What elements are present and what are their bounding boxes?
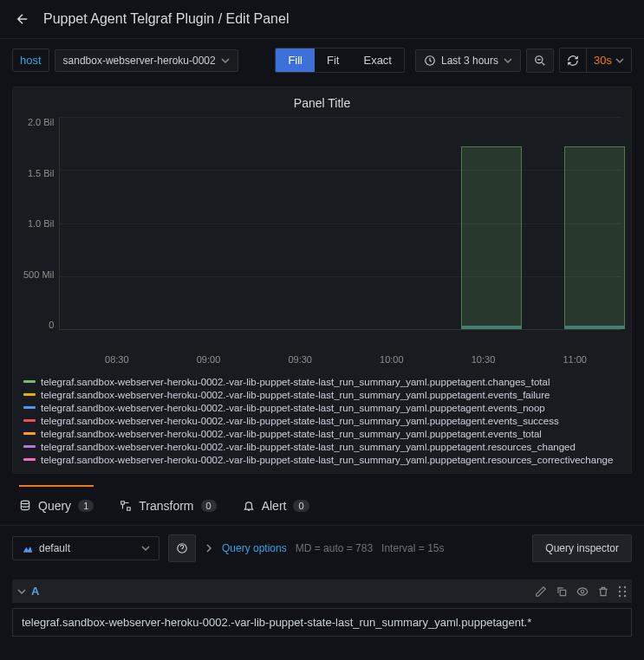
edit-icon[interactable] [535, 586, 547, 598]
legend-label: telegraf.sandbox-webserver-heroku-0002.-… [41, 403, 545, 413]
zoom-out-button[interactable] [526, 49, 554, 73]
chevron-right-icon[interactable] [205, 544, 213, 553]
transform-icon [120, 500, 132, 512]
tab-transform[interactable]: Transform 0 [120, 486, 216, 525]
alert-count-badge: 0 [293, 500, 309, 512]
query-inspector-button[interactable]: Query inspector [532, 534, 632, 562]
legend-item[interactable]: telegraf.sandbox-webserver-heroku-0002.-… [23, 401, 621, 414]
legend-item[interactable]: telegraf.sandbox-webserver-heroku-0002.-… [23, 375, 621, 388]
legend-label: telegraf.sandbox-webserver-heroku-0002.-… [41, 442, 576, 452]
legend-item[interactable]: telegraf.sandbox-webserver-heroku-0002.-… [23, 453, 621, 466]
bell-icon [243, 500, 255, 512]
x-axis: 08:30 09:00 09:30 10:00 10:30 11:00 [71, 351, 621, 370]
chart-bar [461, 146, 522, 329]
eye-icon[interactable] [576, 586, 589, 598]
graphite-icon [22, 542, 34, 554]
legend-item[interactable]: telegraf.sandbox-webserver-heroku-0002.-… [23, 427, 621, 440]
view-mode-group: Fill Fit Exact [275, 48, 405, 73]
svg-rect-4 [560, 590, 565, 595]
database-icon [19, 500, 31, 512]
legend-item[interactable]: telegraf.sandbox-webserver-heroku-0002.-… [23, 414, 621, 427]
legend-label: telegraf.sandbox-webserver-heroku-0002.-… [41, 416, 559, 426]
chevron-down-icon [504, 56, 512, 65]
query-count-badge: 1 [78, 500, 94, 512]
legend-label: telegraf.sandbox-webserver-heroku-0002.-… [41, 390, 550, 400]
view-fill[interactable]: Fill [276, 49, 315, 72]
zoom-out-icon [534, 55, 546, 67]
view-exact[interactable]: Exact [351, 49, 404, 72]
svg-point-6 [619, 586, 621, 587]
question-icon [176, 542, 188, 554]
query-md: MD = auto = 783 [296, 542, 373, 554]
chevron-down-icon [141, 544, 150, 553]
legend-swatch [23, 406, 36, 409]
legend-swatch [23, 419, 36, 422]
trash-icon[interactable] [597, 586, 609, 598]
chevron-down-icon [17, 587, 26, 596]
clock-icon [424, 55, 436, 67]
var-host-value: sandbox-webserver-heroku-0002 [63, 55, 216, 67]
datasource-picker[interactable]: default [12, 536, 159, 560]
time-range-label: Last 3 hours [441, 55, 498, 67]
legend-label: telegraf.sandbox-webserver-heroku-0002.-… [41, 429, 542, 439]
chart-bar [564, 146, 625, 329]
legend: telegraf.sandbox-webserver-heroku-0002.-… [23, 375, 621, 466]
y-axis: 2.0 Bil 1.5 Bil 1.0 Bil 500 Mil 0 [23, 117, 59, 330]
tab-query[interactable]: Query 1 [19, 485, 94, 525]
breadcrumb: Puppet Agent Telgraf Plugin / Edit Panel [43, 11, 289, 27]
query-row-header[interactable]: A [12, 579, 632, 603]
svg-point-10 [619, 594, 621, 596]
legend-label: telegraf.sandbox-webserver-heroku-0002.-… [41, 377, 550, 387]
plot-area[interactable] [59, 117, 621, 330]
time-range-picker[interactable]: Last 3 hours [415, 49, 521, 72]
copy-icon[interactable] [556, 586, 568, 598]
svg-point-8 [619, 590, 621, 592]
svg-point-2 [21, 501, 29, 504]
view-fit[interactable]: Fit [315, 49, 351, 72]
query-interval: Interval = 15s [381, 542, 444, 554]
legend-swatch [23, 445, 36, 448]
query-expression-input[interactable] [12, 608, 632, 637]
legend-swatch [23, 393, 36, 396]
back-button[interactable] [14, 10, 31, 28]
query-options-toggle[interactable]: Query options [222, 542, 287, 554]
svg-point-5 [581, 590, 584, 593]
legend-label: telegraf.sandbox-webserver-heroku-0002.-… [41, 455, 613, 465]
tab-alert[interactable]: Alert 0 [243, 486, 309, 525]
svg-point-7 [624, 586, 626, 587]
var-label-host: host [12, 49, 49, 72]
transform-count-badge: 0 [201, 500, 217, 512]
legend-item[interactable]: telegraf.sandbox-webserver-heroku-0002.-… [23, 440, 621, 453]
drag-handle-icon[interactable] [618, 586, 627, 598]
refresh-icon [567, 55, 579, 67]
panel-title: Panel Title [23, 96, 621, 110]
legend-swatch [23, 458, 36, 461]
refresh-interval: 30s [594, 54, 612, 67]
legend-swatch [23, 380, 36, 383]
var-host-picker[interactable]: sandbox-webserver-heroku-0002 [55, 49, 238, 72]
chevron-down-icon [615, 56, 624, 65]
svg-point-11 [624, 594, 626, 596]
datasource-help-button[interactable] [168, 534, 196, 562]
svg-point-9 [624, 590, 626, 592]
panel-card: Panel Title 2.0 Bil 1.5 Bil 1.0 Bil 500 … [12, 87, 632, 474]
legend-swatch [23, 432, 36, 435]
refresh-interval-picker[interactable]: 30s [586, 49, 631, 72]
chevron-down-icon [221, 56, 230, 65]
query-name: A [31, 585, 39, 598]
legend-item[interactable]: telegraf.sandbox-webserver-heroku-0002.-… [23, 388, 621, 401]
refresh-button[interactable] [560, 49, 586, 72]
